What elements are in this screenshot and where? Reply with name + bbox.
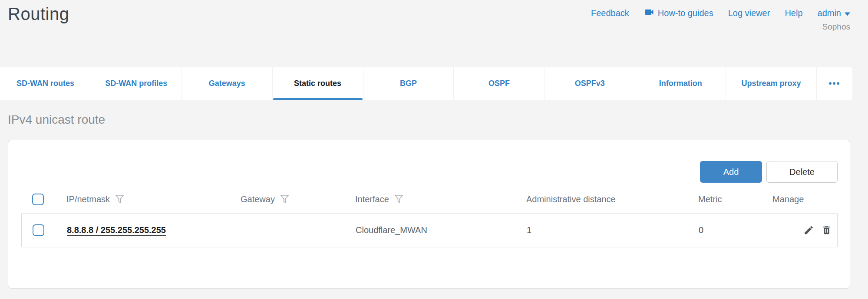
tabbar: SD-WAN routes SD-WAN profiles Gateways S…: [0, 67, 852, 100]
header-right: Feedback How-to guides Log viewer Help a…: [591, 4, 850, 32]
tab-sdwan-routes[interactable]: SD-WAN routes: [0, 67, 91, 100]
section-title: IPv4 unicast route: [8, 113, 105, 127]
column-interface: Interface: [349, 194, 520, 204]
tab-information[interactable]: Information: [635, 67, 726, 100]
howto-guides-link[interactable]: How-to guides: [644, 7, 713, 20]
trash-icon[interactable]: [821, 225, 832, 236]
user-menu[interactable]: admin: [818, 8, 850, 18]
row-checkbox-cell: [22, 224, 61, 236]
cell-administrative-distance: 1: [521, 225, 693, 235]
feedback-link[interactable]: Feedback: [591, 8, 629, 18]
tab-upstream-proxy[interactable]: Upstream proxy: [726, 67, 816, 100]
delete-button[interactable]: Delete: [766, 161, 838, 183]
log-viewer-link[interactable]: Log viewer: [728, 8, 770, 18]
column-label: Administrative distance: [526, 194, 616, 204]
funnel-icon[interactable]: [115, 194, 124, 204]
tab-ospfv3[interactable]: OSPFv3: [544, 67, 635, 100]
column-label: Interface: [355, 194, 389, 204]
column-label: IP/netmask: [66, 194, 110, 204]
column-gateway: Gateway: [234, 194, 349, 204]
select-all-checkbox[interactable]: [32, 194, 44, 205]
tab-sdwan-profiles[interactable]: SD-WAN profiles: [91, 67, 182, 100]
funnel-icon[interactable]: [280, 194, 289, 204]
row-checkbox[interactable]: [33, 224, 44, 236]
cell-interface: Cloudflare_MWAN: [350, 225, 521, 235]
column-label: Gateway: [241, 194, 275, 204]
column-ip-netmask: IP/netmask: [60, 194, 234, 204]
column-manage: Manage: [766, 194, 838, 204]
add-button[interactable]: Add: [700, 161, 762, 183]
tab-ospf[interactable]: OSPF: [453, 67, 544, 100]
column-label: Manage: [772, 194, 804, 204]
tab-gateways[interactable]: Gateways: [182, 67, 272, 100]
howto-guides-label: How-to guides: [658, 8, 713, 18]
routes-card: Add Delete IP/netmask Gateway Interface …: [8, 140, 850, 289]
page-title: Routing: [8, 4, 69, 24]
video-camera-icon: [644, 7, 654, 20]
tabs-overflow-button[interactable]: •••: [816, 67, 852, 100]
header-checkbox-cell: [21, 194, 60, 205]
column-administrative-distance: Administrative distance: [520, 194, 692, 204]
column-metric: Metric: [692, 194, 766, 204]
table-header-row: IP/netmask Gateway Interface Administrat…: [21, 189, 838, 209]
page-header: Routing Feedback How-to guides Log viewe…: [8, 4, 850, 32]
user-menu-label: admin: [818, 8, 841, 18]
table-row: 8.8.8.8 / 255.255.255.255 Cloudflare_MWA…: [21, 213, 838, 247]
cell-metric: 0: [693, 225, 767, 235]
column-label: Metric: [698, 194, 722, 204]
pencil-icon[interactable]: [803, 225, 814, 236]
brand-label: Sophos: [822, 22, 850, 32]
table-actions: Add Delete: [700, 161, 838, 183]
tab-bgp[interactable]: BGP: [363, 67, 454, 100]
help-link[interactable]: Help: [785, 8, 802, 18]
cell-manage: [767, 225, 837, 236]
cell-ip-netmask: 8.8.8.8 / 255.255.255.255: [61, 225, 235, 235]
tab-static-routes[interactable]: Static routes: [272, 67, 363, 100]
route-link[interactable]: 8.8.8.8 / 255.255.255.255: [67, 225, 166, 235]
chevron-down-icon: [845, 8, 850, 18]
header-links: Feedback How-to guides Log viewer Help a…: [591, 7, 850, 20]
funnel-icon[interactable]: [394, 194, 403, 204]
